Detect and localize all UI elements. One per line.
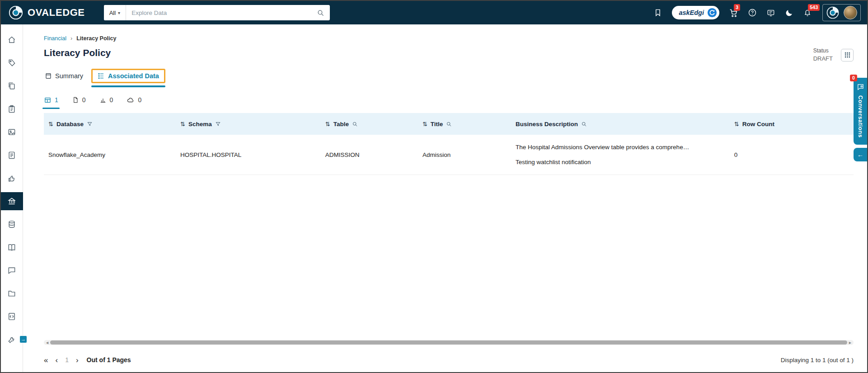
column-header-title[interactable]: ⇅Title (422, 121, 507, 127)
pagination: « ‹ 1 › Out of 1 Pages Displaying 1 to 1… (44, 351, 854, 368)
description-line-1: The Hospital Admissions Overview table p… (516, 144, 725, 151)
search-icon[interactable] (317, 9, 324, 17)
grid-dots-icon (844, 52, 851, 58)
help-icon[interactable] (748, 8, 757, 17)
current-page-number: 1 (65, 356, 69, 364)
sidebar-expand-button[interactable]: → (19, 335, 27, 343)
filter-icon[interactable] (87, 121, 93, 127)
search-input[interactable] (126, 9, 317, 16)
column-header-schema[interactable]: ⇅Schema (180, 121, 316, 127)
conversations-tab[interactable]: 0 Conversations (854, 78, 867, 145)
filter-icon[interactable] (215, 121, 221, 127)
code-icon (7, 312, 16, 321)
sort-icon[interactable]: ⇅ (422, 121, 427, 127)
grid-view-button[interactable] (841, 49, 854, 61)
sidebar-item-queries[interactable] (1, 307, 23, 326)
search-icon[interactable] (446, 121, 452, 127)
cell-schema: HOSPITAL.HOSPITAL (176, 135, 321, 175)
status-block: Status DRAFT (813, 47, 833, 62)
cart-icon[interactable]: 3 (729, 8, 738, 18)
conversation-chat-icon (857, 83, 864, 91)
previous-page-button[interactable]: ‹ (55, 356, 58, 364)
cloud-icon (127, 96, 135, 104)
subtabs-row: 1 0 0 0 (44, 96, 854, 104)
title-row: Literacy Policy Status DRAFT (44, 47, 854, 62)
breadcrumb-current: Literacy Policy (76, 35, 116, 42)
subtab-files-count: 0 (82, 96, 86, 104)
pages-label: Out of 1 Pages (87, 356, 131, 364)
dark-mode-moon-icon[interactable] (785, 9, 793, 17)
sidebar-item-collaboration[interactable] (1, 261, 23, 279)
cell-row-count: 0 (730, 135, 854, 175)
subtab-reports-count: 0 (110, 96, 113, 104)
sidebar-item-data[interactable] (1, 215, 23, 233)
sidebar-item-certifications[interactable] (1, 77, 23, 95)
column-header-table[interactable]: ⇅Table (325, 121, 413, 127)
cell-title: Admission (418, 135, 511, 175)
tab-summary[interactable]: Summary (44, 70, 84, 82)
topbar-actions: askEdgi 3 543 (653, 4, 861, 21)
search-icon[interactable] (581, 121, 587, 127)
ovaledge-logo-icon (8, 5, 23, 20)
breadcrumb-parent-link[interactable]: Financial (44, 35, 66, 42)
sidebar-item-home[interactable] (1, 31, 23, 49)
profile-menu[interactable] (822, 4, 861, 21)
chat-icon (7, 266, 16, 275)
search-icon[interactable] (352, 121, 358, 127)
first-page-button[interactable]: « (44, 356, 48, 364)
askedgi-button[interactable]: askEdgi (672, 6, 719, 19)
home-icon (7, 35, 16, 44)
tag-icon (7, 58, 16, 67)
cart-badge: 3 (734, 4, 740, 11)
search-scope-dropdown[interactable]: All ▾ (104, 5, 126, 20)
table-row[interactable]: Snowflake_Academy HOSPITAL.HOSPITAL ADMI… (44, 135, 854, 175)
scroll-right-arrow[interactable]: ► (848, 340, 852, 345)
cell-business-description: The Hospital Admissions Overview table p… (511, 135, 730, 175)
conversations-collapse-button[interactable]: ← (854, 148, 867, 161)
sort-icon[interactable]: ⇅ (734, 121, 739, 127)
sidebar-item-tags[interactable] (1, 54, 23, 72)
sidebar-item-glossary[interactable] (1, 238, 23, 256)
cell-table[interactable]: ADMISSION (321, 135, 418, 175)
column-header-database[interactable]: ⇅Database (48, 121, 171, 127)
scroll-left-arrow[interactable]: ◄ (45, 340, 49, 345)
sidebar-item-reports[interactable] (1, 146, 23, 164)
subtab-reports[interactable]: 0 (99, 96, 113, 104)
content-row: → Financial › Literacy Policy Literacy P… (1, 24, 867, 372)
empty-area (44, 175, 854, 340)
subtab-files[interactable]: 0 (72, 96, 86, 104)
subtab-tables[interactable]: 1 (44, 96, 58, 104)
column-header-business-description[interactable]: Business Description (516, 121, 725, 127)
sort-icon[interactable]: ⇅ (325, 121, 330, 127)
avatar[interactable] (844, 6, 857, 19)
askedgi-orb-icon (707, 8, 717, 18)
sidebar-item-governance[interactable] (1, 192, 23, 210)
clipboard-icon (7, 104, 16, 113)
sort-icon[interactable]: ⇅ (180, 121, 185, 127)
sidebar-item-services[interactable] (1, 169, 23, 187)
global-search: All ▾ (104, 5, 330, 20)
brand[interactable]: OVALEDGE (8, 5, 85, 20)
app-window: OVALEDGE All ▾ askEdgi (0, 0, 868, 373)
cell-database[interactable]: Snowflake_Academy (44, 135, 176, 175)
bell-icon[interactable]: 543 (803, 8, 812, 17)
column-header-row-count[interactable]: ⇅Row Count (734, 121, 849, 127)
sidebar-item-projects[interactable] (1, 100, 23, 118)
copy-icon (7, 81, 16, 90)
tab-associated-data-label: Associated Data (108, 72, 159, 80)
sidebar-item-files[interactable] (1, 284, 23, 302)
scrollbar-thumb[interactable] (50, 340, 847, 345)
tab-associated-data[interactable]: Associated Data (98, 71, 159, 80)
subtab-queries[interactable]: 0 (127, 96, 141, 104)
bookmark-icon[interactable] (653, 8, 662, 17)
table-grid-icon (44, 96, 52, 104)
feedback-icon[interactable] (766, 8, 775, 17)
next-page-button[interactable]: › (76, 356, 79, 364)
search-scope-label: All (109, 9, 116, 16)
sidebar-item-media[interactable] (1, 123, 23, 141)
page-title: Literacy Policy (44, 47, 111, 58)
sort-icon[interactable]: ⇅ (48, 121, 53, 127)
display-range-label: Displaying 1 to 1 (out of 1 ) (781, 357, 854, 364)
horizontal-scrollbar[interactable]: ◄ ► (44, 340, 854, 345)
status-badge: DRAFT (813, 55, 833, 62)
